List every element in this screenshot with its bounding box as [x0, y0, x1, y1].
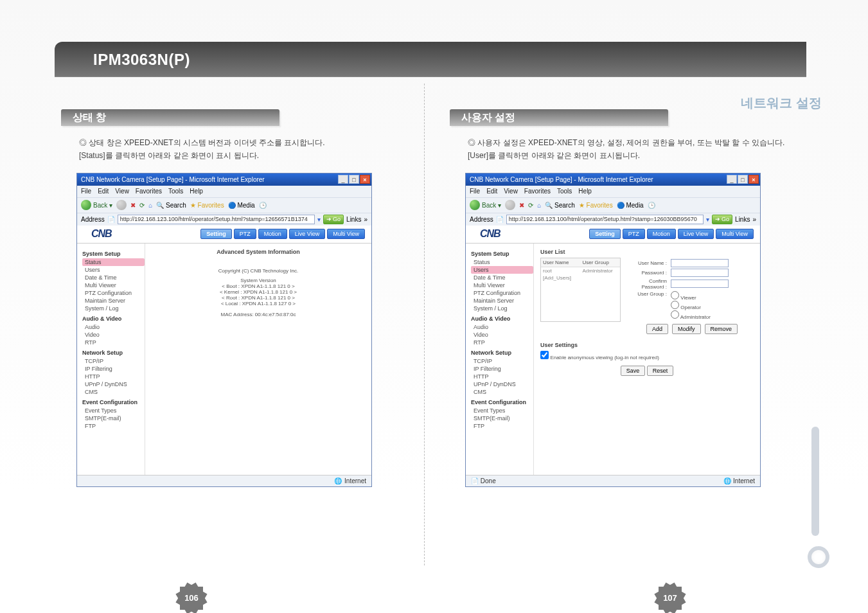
- sidebar-item-ptzconfig[interactable]: PTZ Configuration: [82, 289, 145, 297]
- address-input[interactable]: [118, 215, 315, 224]
- menu-file[interactable]: File: [470, 188, 480, 195]
- refresh-icon[interactable]: ⟳: [528, 202, 533, 209]
- sidebar-item-smtp[interactable]: SMTP(E-mail): [471, 414, 533, 422]
- favorites-button[interactable]: ★ Favorites: [190, 202, 224, 209]
- links-label[interactable]: Links: [735, 216, 750, 223]
- sidebar-item-users[interactable]: Users: [82, 266, 145, 274]
- address-input[interactable]: [506, 215, 704, 224]
- tab-multiview[interactable]: Multi View: [327, 229, 365, 239]
- username-input[interactable]: [671, 259, 729, 267]
- forward-button[interactable]: [116, 200, 127, 210]
- tab-setting[interactable]: Setting: [589, 229, 621, 239]
- sidebar-item-rtp[interactable]: RTP: [82, 339, 145, 346]
- save-button[interactable]: Save: [621, 366, 646, 376]
- home-icon[interactable]: ⌂: [537, 202, 541, 209]
- menu-edit[interactable]: Edit: [98, 188, 109, 195]
- password-input[interactable]: [671, 269, 729, 277]
- menu-tools[interactable]: Tools: [557, 188, 572, 195]
- sidebar-item-tcpip[interactable]: TCP/IP: [471, 357, 533, 365]
- sidebar-item-eventtypes[interactable]: Event Types: [82, 407, 145, 414]
- sidebar-item-maintain[interactable]: Maintain Server: [82, 297, 145, 305]
- tab-setting[interactable]: Setting: [200, 229, 232, 239]
- sidebar-item-multiviewer[interactable]: Multi Viewer: [82, 281, 145, 289]
- sidebar-item-audio[interactable]: Audio: [82, 323, 145, 331]
- menu-view[interactable]: View: [504, 188, 518, 195]
- sidebar-item-multiviewer[interactable]: Multi Viewer: [471, 281, 533, 289]
- sidebar-item-cms[interactable]: CMS: [82, 388, 145, 396]
- sidebar-item-ftp[interactable]: FTP: [471, 422, 533, 430]
- menu-edit[interactable]: Edit: [486, 188, 497, 195]
- maximize-icon[interactable]: □: [738, 175, 748, 184]
- address-dropdown-icon[interactable]: ▾: [706, 216, 709, 223]
- sidebar-item-tcpip[interactable]: TCP/IP: [82, 357, 145, 365]
- back-button[interactable]: Back ▾: [81, 200, 112, 210]
- minimize-icon[interactable]: _: [727, 175, 737, 184]
- links-label[interactable]: Links: [346, 216, 361, 223]
- modify-button[interactable]: Modify: [672, 324, 701, 334]
- radio-admin[interactable]: [671, 310, 679, 319]
- close-icon[interactable]: ×: [360, 175, 370, 184]
- sidebar-item-users[interactable]: Users: [471, 266, 533, 274]
- tab-motion[interactable]: Motion: [647, 229, 676, 239]
- tab-liveview[interactable]: Live View: [678, 229, 714, 239]
- tab-motion[interactable]: Motion: [258, 229, 287, 239]
- sidebar-item-ipfilter[interactable]: IP Filtering: [82, 365, 145, 373]
- sidebar-item-systemlog[interactable]: System / Log: [82, 305, 145, 312]
- reset-button[interactable]: Reset: [647, 366, 674, 376]
- menu-help[interactable]: Help: [578, 188, 592, 195]
- sidebar-item-video[interactable]: Video: [471, 331, 533, 339]
- minimize-icon[interactable]: _: [338, 175, 348, 184]
- forward-button[interactable]: [505, 200, 515, 210]
- sidebar-item-http[interactable]: HTTP: [82, 373, 145, 380]
- sidebar-item-ptzconfig[interactable]: PTZ Configuration: [471, 289, 533, 297]
- media-button[interactable]: 🔵 Media: [228, 202, 255, 209]
- links-chevron-icon[interactable]: »: [364, 216, 368, 223]
- home-icon[interactable]: ⌂: [148, 202, 152, 209]
- sidebar-item-video[interactable]: Video: [82, 331, 145, 339]
- media-button[interactable]: 🔵 Media: [617, 202, 644, 209]
- sidebar-item-status[interactable]: Status: [471, 258, 533, 266]
- sidebar-item-smtp[interactable]: SMTP(E-mail): [82, 414, 145, 422]
- stop-icon[interactable]: ✖: [130, 202, 136, 209]
- links-chevron-icon[interactable]: »: [752, 216, 756, 223]
- sidebar-item-http[interactable]: HTTP: [471, 373, 533, 380]
- menu-file[interactable]: File: [81, 188, 91, 195]
- search-button[interactable]: 🔍 Search: [156, 202, 186, 209]
- maximize-icon[interactable]: □: [349, 175, 359, 184]
- sidebar-item-datetime[interactable]: Date & Time: [471, 274, 533, 281]
- history-icon[interactable]: 🕒: [648, 202, 655, 209]
- address-dropdown-icon[interactable]: ▾: [317, 216, 321, 223]
- sidebar-item-eventtypes[interactable]: Event Types: [471, 407, 533, 414]
- tab-ptz[interactable]: PTZ: [623, 229, 645, 239]
- anon-checkbox[interactable]: [540, 351, 549, 359]
- sidebar-item-rtp[interactable]: RTP: [471, 339, 533, 346]
- tab-ptz[interactable]: PTZ: [234, 229, 256, 239]
- tab-liveview[interactable]: Live View: [289, 229, 325, 239]
- tab-multiview[interactable]: Multi View: [716, 229, 754, 239]
- sidebar-item-ipfilter[interactable]: IP Filtering: [471, 365, 533, 373]
- radio-viewer[interactable]: [671, 291, 679, 299]
- remove-button[interactable]: Remove: [705, 324, 738, 334]
- sidebar-item-upnp[interactable]: UPnP / DynDNS: [82, 380, 145, 388]
- menu-favorites[interactable]: Favorites: [136, 188, 162, 195]
- add-users-link[interactable]: [Add_Users]: [541, 274, 620, 281]
- refresh-icon[interactable]: ⟳: [139, 202, 145, 209]
- confirm-password-input[interactable]: [671, 280, 729, 288]
- add-button[interactable]: Add: [646, 324, 668, 334]
- back-button[interactable]: Back ▾: [470, 200, 501, 210]
- menu-tools[interactable]: Tools: [168, 188, 183, 195]
- menu-view[interactable]: View: [115, 188, 129, 195]
- close-icon[interactable]: ×: [748, 175, 759, 184]
- sidebar-item-systemlog[interactable]: System / Log: [471, 305, 533, 312]
- sidebar-item-maintain[interactable]: Maintain Server: [471, 297, 533, 305]
- search-button[interactable]: 🔍 Search: [545, 202, 574, 209]
- radio-operator[interactable]: [671, 301, 679, 309]
- table-row[interactable]: root Administrator: [541, 267, 620, 274]
- sidebar-item-status[interactable]: Status: [82, 258, 145, 266]
- menu-help[interactable]: Help: [190, 188, 203, 195]
- go-button[interactable]: ➜ Go: [712, 215, 732, 224]
- sidebar-item-audio[interactable]: Audio: [471, 323, 533, 331]
- favorites-button[interactable]: ★ Favorites: [579, 202, 613, 209]
- go-button[interactable]: ➜ Go: [323, 215, 344, 224]
- sidebar-item-upnp[interactable]: UPnP / DynDNS: [471, 380, 533, 388]
